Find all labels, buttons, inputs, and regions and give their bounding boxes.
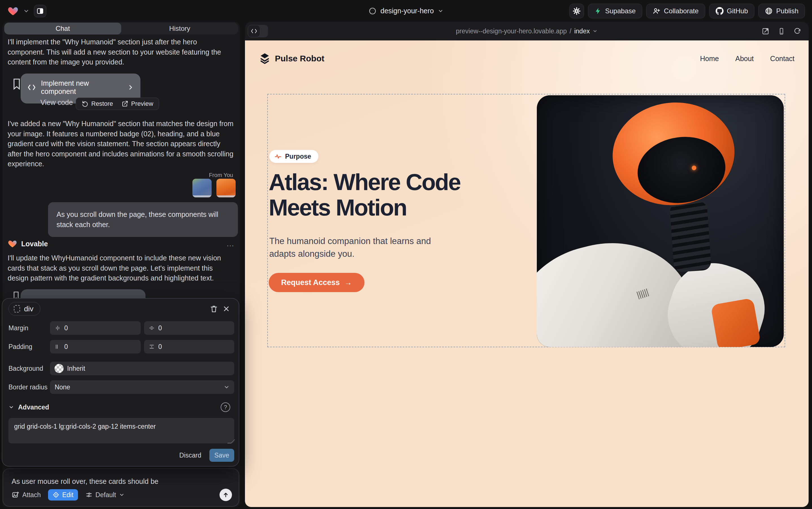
- refresh-icon[interactable]: [793, 27, 801, 35]
- selected-element-pill[interactable]: div: [8, 302, 40, 315]
- nav-link-about[interactable]: About: [735, 55, 753, 63]
- preview-url-host: preview--design-your-hero.lovable.app: [456, 27, 567, 35]
- request-access-button[interactable]: Request Access →: [269, 273, 365, 292]
- supabase-button[interactable]: Supabase: [588, 4, 642, 19]
- delete-element-button[interactable]: [208, 303, 220, 315]
- preview-button[interactable]: Preview: [121, 100, 153, 107]
- assistant-header: Lovable …: [8, 239, 235, 248]
- advanced-section-toggle[interactable]: Advanced ?: [8, 401, 230, 413]
- supabase-bolt-icon: [594, 7, 602, 15]
- supabase-label: Supabase: [605, 7, 636, 15]
- preview-url-page: index: [574, 27, 590, 35]
- github-icon: [716, 7, 724, 15]
- padding-x-input[interactable]: [64, 343, 136, 351]
- edit-mode-button[interactable]: Edit: [48, 489, 78, 501]
- border-radius-value: None: [54, 383, 70, 391]
- advanced-label: Advanced: [18, 404, 49, 411]
- discard-button[interactable]: Discard: [179, 451, 201, 459]
- margin-y-input[interactable]: [158, 324, 230, 332]
- preview-topbar: preview--design-your-hero.lovable.app / …: [245, 22, 809, 40]
- border-radius-label: Border radius: [8, 383, 50, 391]
- code-icon: [27, 84, 36, 91]
- project-switcher[interactable]: design-your-hero: [369, 0, 444, 22]
- mobile-view-icon[interactable]: [778, 27, 785, 35]
- padding-x-icon: [54, 344, 61, 350]
- code-preview-toggle[interactable]: [248, 25, 268, 37]
- external-link-icon: [121, 100, 128, 107]
- collaborate-button[interactable]: Collaborate: [646, 4, 705, 19]
- send-button[interactable]: [220, 489, 232, 501]
- attach-image-icon: [11, 491, 20, 499]
- margin-x-input[interactable]: [64, 324, 136, 332]
- restore-label: Restore: [91, 100, 113, 107]
- restore-icon: [82, 100, 88, 107]
- target-icon: [52, 491, 59, 498]
- margin-y-field[interactable]: [144, 321, 234, 335]
- github-label: GitHub: [727, 7, 748, 15]
- help-icon[interactable]: ?: [221, 402, 230, 412]
- lovable-logo-icon[interactable]: [7, 5, 19, 17]
- attachment-thumbnail-blue[interactable]: [192, 179, 212, 197]
- toggle-sidebar-button[interactable]: [34, 5, 46, 17]
- open-in-new-tab-icon[interactable]: [762, 27, 769, 35]
- margin-x-field[interactable]: [50, 321, 141, 335]
- logo-chevron-down-icon[interactable]: [23, 8, 29, 14]
- chat-input[interactable]: As user mouse roll over, these cards sho…: [11, 477, 230, 485]
- save-button[interactable]: Save: [209, 449, 234, 462]
- sliders-icon: [85, 491, 93, 499]
- hero-subheading: The humanoid companion that learns and a…: [269, 235, 456, 261]
- tailwind-classes-textarea[interactable]: grid grid-cols-1 lg:grid-cols-2 gap-12 i…: [8, 418, 234, 443]
- tab-chat[interactable]: Chat: [4, 23, 121, 34]
- nav-link-contact[interactable]: Contact: [770, 55, 795, 63]
- robot-visor-light: [692, 165, 697, 170]
- background-field[interactable]: Inherit: [50, 362, 234, 375]
- border-radius-select[interactable]: None: [50, 380, 234, 394]
- site-brand-name: Pulse Robot: [275, 54, 324, 63]
- attachment-thumbnail-orange[interactable]: [216, 179, 236, 197]
- chevron-right-icon: [127, 84, 134, 91]
- collaborate-label: Collaborate: [664, 7, 699, 15]
- padding-y-field[interactable]: [144, 340, 234, 353]
- purpose-badge-label: Purpose: [285, 153, 311, 160]
- github-button[interactable]: GitHub: [709, 4, 754, 19]
- code-toggle-icon: [248, 25, 260, 37]
- layers-logo-icon: [259, 53, 270, 65]
- person-plus-icon: [653, 7, 661, 15]
- mode-select[interactable]: Default: [85, 491, 124, 499]
- tab-history[interactable]: History: [121, 23, 238, 34]
- from-you-label: From You: [209, 172, 233, 178]
- restore-button[interactable]: Restore: [82, 100, 113, 107]
- chevron-down-icon: [8, 404, 14, 410]
- padding-x-field[interactable]: [50, 340, 141, 353]
- preview-url-bar[interactable]: preview--design-your-hero.lovable.app / …: [456, 22, 598, 40]
- version-hover-toolbar: Restore Preview: [76, 98, 159, 110]
- settings-button[interactable]: [569, 4, 584, 19]
- margin-label: Margin: [8, 324, 50, 332]
- chevron-down-icon: [592, 29, 597, 34]
- margin-x-icon: [54, 325, 61, 331]
- component-card-title: Implement new component: [41, 79, 122, 96]
- request-access-label: Request Access: [281, 278, 340, 287]
- edit-label: Edit: [62, 491, 73, 499]
- attach-label: Attach: [22, 491, 41, 499]
- publish-button[interactable]: Publish: [758, 4, 805, 19]
- chat-history-tabs: Chat History: [4, 23, 238, 34]
- close-inspector-button[interactable]: [220, 303, 232, 315]
- attach-button[interactable]: Attach: [11, 491, 41, 499]
- dashed-element-icon: [14, 305, 20, 312]
- preview-label: Preview: [131, 100, 153, 107]
- user-message-bubble: As you scroll down the page, these compo…: [48, 202, 238, 237]
- message-menu-button[interactable]: …: [226, 239, 235, 248]
- margin-y-icon: [149, 325, 155, 331]
- nav-link-home[interactable]: Home: [700, 55, 719, 63]
- site-nav: Home About Contact: [700, 55, 795, 63]
- robot-neck: [670, 201, 712, 273]
- element-tag: div: [24, 305, 33, 313]
- site-brand[interactable]: Pulse Robot: [259, 53, 324, 65]
- project-globe-icon: [369, 7, 377, 15]
- preview-panel: preview--design-your-hero.lovable.app / …: [245, 22, 809, 507]
- publish-globe-icon: [765, 7, 773, 15]
- app-topbar: design-your-hero Supabase Collaborate: [0, 0, 812, 22]
- element-inspector-panel: div Margin Padding: [2, 298, 239, 467]
- padding-y-input[interactable]: [158, 343, 230, 351]
